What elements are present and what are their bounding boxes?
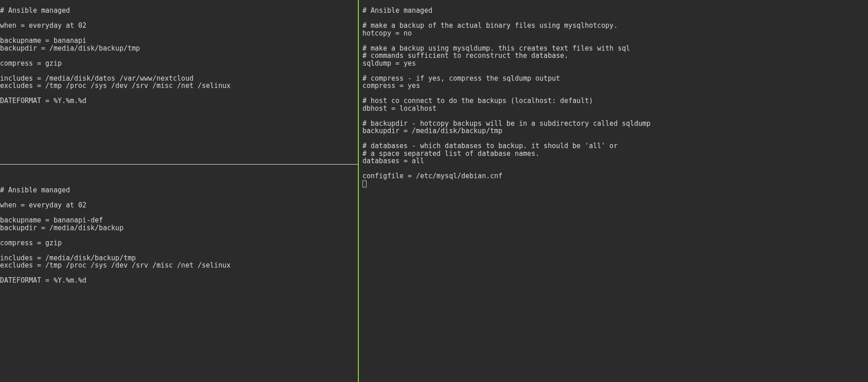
- code-line: [362, 67, 868, 75]
- code-line: # backupdir - hotcopy backups will be in…: [362, 120, 868, 128]
- code-line: # make a backup using mysqldump. this cr…: [362, 45, 868, 52]
- cursor-line: [362, 180, 868, 188]
- code-line: # compress - if yes, compress the sqldum…: [362, 75, 868, 83]
- code-line: [0, 67, 358, 75]
- code-line: when = everyday at 02: [0, 22, 358, 30]
- code-line: dbhost = localhost: [362, 105, 868, 113]
- code-line: [362, 165, 868, 173]
- code-line: hotcopy = no: [362, 30, 868, 37]
- right-pane[interactable]: # Ansible managed# make a backup of the …: [359, 0, 868, 382]
- code-line: # make a backup of the actual binary fil…: [362, 22, 868, 30]
- code-line: DATEFORMAT = %Y.%m.%d: [0, 277, 358, 284]
- code-line: backupdir = /media/disk/backup/tmp: [362, 127, 868, 135]
- left-top-pane[interactable]: # Ansible managedwhen = everyday at 02ba…: [0, 0, 358, 164]
- code-line: [0, 194, 358, 202]
- code-line: [0, 232, 358, 239]
- code-line: backupdir = /media/disk/backup/tmp: [0, 45, 358, 52]
- code-line: backupname = bananapi: [0, 37, 358, 45]
- code-line: compress = gzip: [0, 239, 358, 247]
- code-line: [0, 52, 358, 60]
- code-line: compress = yes: [362, 82, 868, 90]
- code-line: [362, 37, 868, 45]
- code-line: # databases - which databases to backup.…: [362, 142, 868, 150]
- code-line: [0, 90, 358, 98]
- horizontal-split[interactable]: [0, 164, 358, 165]
- code-line: [362, 112, 868, 120]
- code-line: # a space separated list of database nam…: [362, 150, 868, 158]
- code-line: # Ansible managed: [0, 7, 358, 15]
- code-line: [0, 209, 358, 217]
- code-line: # Ansible managed: [362, 7, 868, 15]
- code-line: [0, 269, 358, 277]
- code-line: when = everyday at 02: [0, 201, 358, 209]
- code-line: # Ansible managed: [0, 186, 358, 194]
- code-line: [0, 30, 358, 37]
- code-line: includes = /media/disk/backup/tmp: [0, 254, 358, 262]
- code-line: # host co connect to do the backups (loc…: [362, 97, 868, 105]
- left-column: # Ansible managedwhen = everyday at 02ba…: [0, 0, 358, 382]
- code-line: excludes = /tmp /proc /sys /dev /srv /mi…: [0, 82, 358, 90]
- code-line: configfile = /etc/mysql/debian.cnf: [362, 172, 868, 180]
- left-bottom-pane[interactable]: # Ansible managedwhen = everyday at 02ba…: [0, 165, 358, 382]
- code-line: [362, 90, 868, 98]
- code-line: sqldump = yes: [362, 60, 868, 67]
- code-line: [362, 15, 868, 22]
- code-line: [0, 15, 358, 22]
- code-line: [0, 247, 358, 254]
- terminal-editor[interactable]: # Ansible managedwhen = everyday at 02ba…: [0, 0, 868, 382]
- code-line: backupname = bananapi-def: [0, 217, 358, 224]
- code-line: # commands sufficient to reconstruct the…: [362, 52, 868, 60]
- cursor: [362, 181, 367, 187]
- code-line: [362, 135, 868, 143]
- code-line: compress = gzip: [0, 60, 358, 67]
- code-line: includes = /media/disk/datos /var/www/ne…: [0, 75, 358, 83]
- code-line: excludes = /tmp /proc /sys /dev /srv /mi…: [0, 262, 358, 269]
- code-line: backupdir = /media/disk/backup: [0, 224, 358, 232]
- code-line: DATEFORMAT = %Y.%m.%d: [0, 97, 358, 105]
- code-line: databases = all: [362, 157, 868, 165]
